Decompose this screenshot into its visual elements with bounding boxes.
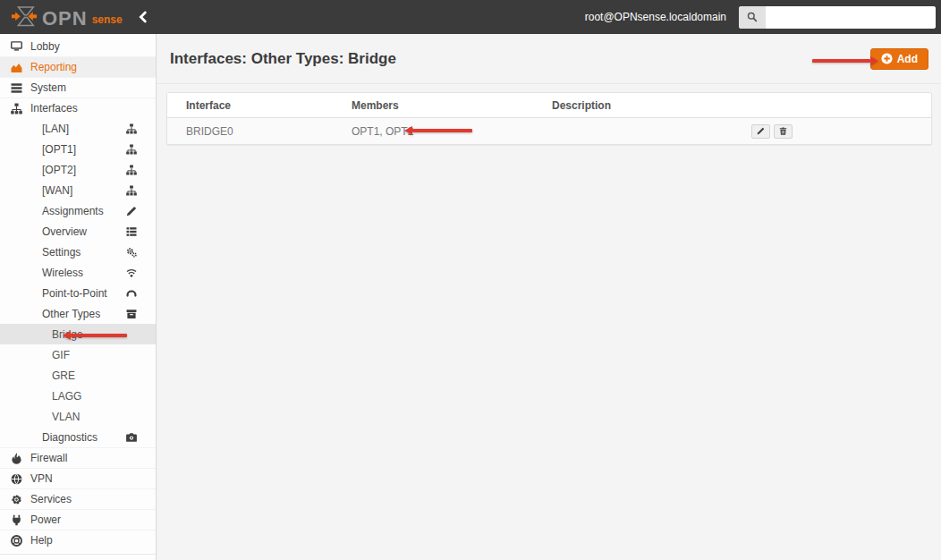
sidebar-item-label: Help	[30, 534, 53, 547]
sidebar-item-label: LAGG	[52, 390, 81, 403]
sidebar-item-label: [OPT1]	[42, 143, 76, 156]
camera-icon	[126, 432, 137, 443]
archive-icon	[126, 309, 137, 319]
sidebar-item-settings[interactable]: Settings	[0, 242, 156, 262]
sidebar-item-vlan[interactable]: VLAN	[0, 406, 156, 427]
main-content: Interfaces: Other Types: Bridge Add Inte…	[157, 34, 941, 560]
search-input[interactable]	[766, 6, 936, 29]
sitemap-icon	[126, 123, 137, 134]
sidebar-item-label: VPN	[30, 472, 53, 485]
desktop-icon	[11, 40, 22, 52]
row-actions	[741, 124, 931, 139]
sidebar-item-label: VLAN	[52, 411, 80, 423]
table-row: BRIDGE0OPT1, OPT2	[167, 118, 931, 144]
sidebar-item-label: [OPT2]	[42, 164, 76, 176]
sidebar-item-wireless[interactable]: Wireless	[0, 262, 156, 283]
sitemap-icon	[126, 185, 137, 196]
sitemap-icon	[126, 165, 137, 175]
add-button[interactable]: Add	[870, 48, 928, 70]
sidebar-item-label: Bridge	[52, 328, 83, 341]
sidebar-item-help[interactable]: Help	[0, 530, 156, 550]
table-header-row: InterfaceMembersDescription	[167, 93, 931, 118]
opnsense-logo-icon	[11, 5, 38, 29]
sidebar-item-other-types[interactable]: Other Types	[0, 303, 156, 324]
tasks-icon	[11, 82, 22, 94]
sidebar-item-assignments[interactable]: Assignments	[0, 200, 156, 221]
brand-text-opn: OPN	[42, 9, 88, 29]
sidebar-item-lagg[interactable]: LAGG	[0, 386, 156, 406]
sidebar-item-label: Interfaces	[30, 102, 78, 115]
sidebar-item-label: Overview	[42, 225, 87, 238]
globe-icon	[11, 473, 22, 485]
plug-icon	[11, 514, 22, 526]
column-header-description: Description	[533, 99, 741, 112]
sidebar-item-gre[interactable]: GRE	[0, 365, 156, 386]
life-ring-icon	[11, 535, 22, 547]
sidebar-item-label: Lobby	[30, 40, 60, 53]
sidebar-item-label: GRE	[52, 369, 75, 382]
plus-circle-icon	[881, 53, 893, 64]
trash-icon	[779, 127, 787, 135]
chevron-left-icon	[137, 11, 149, 23]
edit-button[interactable]	[751, 124, 770, 139]
sidebar-item-vpn[interactable]: VPN	[0, 468, 156, 488]
sidebar-item-diagnostics[interactable]: Diagnostics	[0, 427, 156, 447]
search-icon	[739, 6, 766, 29]
sidebar-item-opt1[interactable]: [OPT1]	[0, 139, 156, 159]
page-header: Interfaces: Other Types: Bridge Add	[157, 34, 941, 84]
sidebar-item-interfaces[interactable]: Interfaces	[0, 98, 156, 118]
sitemap-icon	[11, 103, 22, 115]
sidebar-divider	[0, 554, 156, 555]
sidebar-item-services[interactable]: Services	[0, 488, 156, 509]
sidebar-item-point-to-point[interactable]: Point-to-Point	[0, 283, 156, 303]
add-button-label: Add	[897, 53, 918, 65]
sidebar-item-label: Reporting	[30, 61, 77, 73]
top-bar: OPN sense root@OPNsense.localdomain	[0, 0, 941, 34]
sidebar-item-system[interactable]: System	[0, 77, 156, 98]
column-header-members: Members	[333, 99, 533, 112]
sidebar-item-bridge[interactable]: Bridge	[0, 324, 156, 344]
th-list-icon	[126, 226, 137, 237]
sidebar-item-power[interactable]: Power	[0, 509, 156, 530]
page-title: Interfaces: Other Types: Bridge	[170, 50, 396, 68]
sidebar-item-firewall[interactable]: Firewall	[0, 447, 156, 468]
sidebar-item-label: Power	[30, 513, 61, 526]
sidebar-item-label: Other Types	[42, 308, 100, 320]
members-cell: OPT1, OPT2	[333, 125, 533, 138]
sidebar-item-label: Firewall	[30, 452, 67, 464]
cogs-icon	[126, 247, 137, 258]
opnsense-logo[interactable]: OPN sense	[11, 5, 123, 29]
sidebar-item-label: [LAN]	[42, 123, 69, 135]
gear-icon	[11, 494, 22, 505]
sidebar-item-label: Settings	[42, 246, 81, 259]
sidebar-item-reporting[interactable]: Reporting	[0, 56, 156, 77]
bridge-table: InterfaceMembersDescription BRIDGE0OPT1,…	[166, 92, 932, 145]
sidebar-item-label: Wireless	[42, 267, 83, 279]
logged-in-user: root@OPNsense.localdomain	[585, 11, 726, 23]
sidebar-item-label: Services	[30, 493, 72, 505]
brand-text-sense: sense	[92, 12, 123, 29]
sidebar-item-label: [WAN]	[42, 184, 72, 197]
sidebar-collapse-button[interactable]	[137, 11, 149, 23]
sidebar-item-lobby[interactable]: Lobby	[0, 36, 156, 56]
sidebar-item-overview[interactable]: Overview	[0, 221, 156, 242]
table-body: BRIDGE0OPT1, OPT2	[167, 118, 931, 144]
sidebar-item-wan[interactable]: [WAN]	[0, 180, 156, 200]
sidebar-nav: LobbyReportingSystemInterfaces[LAN][OPT1…	[0, 34, 157, 560]
pencil-icon	[126, 206, 137, 216]
interface-cell: BRIDGE0	[167, 125, 333, 138]
sidebar-item-lan[interactable]: [LAN]	[0, 118, 156, 139]
pencil-icon	[757, 127, 765, 135]
sidebar-item-label: GIF	[52, 349, 70, 361]
global-search	[739, 6, 936, 29]
sidebar-item-label: Point-to-Point	[42, 287, 107, 300]
sidebar-item-label: Assignments	[42, 205, 104, 217]
delete-button[interactable]	[774, 124, 793, 139]
phone-icon	[126, 288, 137, 299]
sidebar-item-gif[interactable]: GIF	[0, 344, 156, 365]
sidebar-item-label: Diagnostics	[42, 431, 97, 444]
sitemap-icon	[126, 144, 137, 155]
fire-icon	[11, 453, 22, 464]
sidebar-item-label: System	[30, 81, 66, 94]
sidebar-item-opt2[interactable]: [OPT2]	[0, 159, 156, 180]
